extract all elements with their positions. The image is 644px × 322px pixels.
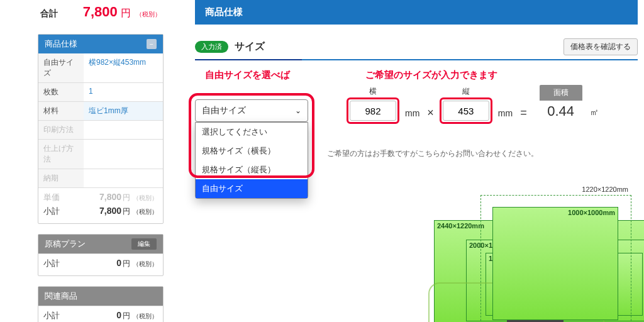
- related-panel-head: 関連商品: [38, 287, 163, 306]
- table-row[interactable]: 枚数 1: [38, 82, 163, 101]
- dropdown-option[interactable]: 自由サイズ: [196, 179, 308, 198]
- section-size: 入力済 サイズ 価格表を確認する: [195, 38, 638, 60]
- subtotal-label: 小計: [43, 310, 60, 321]
- summary-total-unit: 円: [121, 8, 131, 18]
- dropdown-option[interactable]: 規格サイズ（横長）: [196, 142, 308, 160]
- size-row: 自由サイズ ⌄ 選択してください 規格サイズ（横長） 規格サイズ（縦長） 自由サ…: [195, 85, 638, 122]
- area-value: 0.44: [540, 101, 582, 122]
- preview-size: 2440×1220mm: [437, 222, 484, 230]
- subtotal-label: 小計: [43, 206, 60, 217]
- equals-icon: =: [520, 106, 527, 119]
- table-row[interactable]: 印刷方法: [38, 120, 163, 139]
- main: 商品仕様 入力済 サイズ 価格表を確認する 自由サイズを選べば ご希望のサイズが…: [195, 0, 638, 159]
- dropdown-options: 選択してください 規格サイズ（横長） 規格サイズ（縦長） 自由サイズ: [195, 122, 308, 199]
- unit-price-label: 単価: [43, 192, 60, 203]
- spec-price: 単価 7,800円（税別） 小計 7,800円（税別）: [38, 187, 163, 223]
- status-pill: 入力済: [195, 41, 228, 53]
- preview-size: 1000×1000mm: [568, 209, 615, 216]
- summary-total-value: 7,800: [83, 4, 118, 19]
- width-input[interactable]: [350, 101, 396, 121]
- chevron-down-icon: ⌄: [295, 106, 301, 115]
- main-header: 商品仕様: [195, 0, 638, 25]
- area-label: 面積: [540, 85, 582, 101]
- height-label: 縦: [462, 86, 470, 97]
- width-label: 横: [369, 86, 377, 97]
- collapse-icon[interactable]: −: [147, 39, 157, 49]
- table-row[interactable]: 納期: [38, 169, 163, 187]
- table-row[interactable]: 自由サイズ 横982×縦453mm: [38, 53, 163, 82]
- height-col: 縦: [441, 86, 491, 122]
- area-unit: ㎡: [590, 107, 599, 118]
- area-block: 面積 0.44: [540, 85, 582, 122]
- sidebar: 合計 7,800 円 （税別） 商品仕様 − 自由サイズ 横982×縦453mm…: [38, 0, 164, 322]
- subtotal-label: 小計: [43, 258, 60, 269]
- width-col: 横: [348, 86, 397, 122]
- plan-panel: 原稿プラン 編集 小計 0円（税別）: [38, 234, 164, 276]
- contact-note: ご希望の方はお手数ですがこちらからお問い合わせください。: [327, 148, 638, 159]
- height-unit: mm: [498, 108, 513, 118]
- height-input[interactable]: [443, 101, 489, 121]
- related-panel: 関連商品 小計 0円（税別）: [38, 286, 164, 322]
- price-table-button[interactable]: 価格表を確認する: [564, 38, 638, 55]
- annotation: 自由サイズを選べば ご希望のサイズが入力できます: [205, 69, 638, 81]
- highlight-box: [348, 99, 397, 122]
- summary-total-tax: （税別）: [136, 11, 161, 18]
- preview-outer: 1220×1220mm 1000×1000mm: [480, 195, 631, 322]
- width-unit: mm: [405, 108, 419, 118]
- plan-panel-head: 原稿プラン 編集: [38, 235, 163, 253]
- spec-panel-title: 商品仕様: [45, 38, 77, 50]
- multiply-icon: ×: [427, 106, 434, 119]
- annotation-1: 自由サイズを選べば: [205, 69, 290, 81]
- dropdown-option[interactable]: 規格サイズ（縦長）: [196, 160, 308, 179]
- size-mode-dropdown-wrap: 自由サイズ ⌄ 選択してください 規格サイズ（横長） 規格サイズ（縦長） 自由サ…: [195, 99, 308, 122]
- edit-button[interactable]: 編集: [131, 238, 157, 250]
- summary-total: 合計 7,800 円 （税別）: [38, 0, 164, 24]
- spec-panel-head: 商品仕様 −: [38, 35, 163, 53]
- plan-panel-title: 原稿プラン: [45, 238, 86, 250]
- table-row[interactable]: 仕上げ方法: [38, 139, 163, 169]
- dropdown-option[interactable]: 選択してください: [196, 123, 308, 142]
- related-panel-title: 関連商品: [45, 291, 77, 302]
- highlight-box: [441, 99, 491, 122]
- summary-total-label: 合計: [40, 8, 58, 19]
- spec-table: 自由サイズ 横982×縦453mm 枚数 1 材料 塩ビ1mm厚 印刷方法 仕上…: [38, 53, 163, 187]
- annotation-2: ご希望のサイズが入力できます: [365, 69, 497, 81]
- preview-size: 1220×1220mm: [582, 186, 628, 193]
- table-row[interactable]: 材料 塩ビ1mm厚: [38, 101, 163, 120]
- size-mode-dropdown[interactable]: 自由サイズ ⌄: [195, 99, 308, 122]
- spec-panel: 商品仕様 − 自由サイズ 横982×縦453mm 枚数 1 材料 塩ビ1mm厚 …: [38, 34, 164, 224]
- section-title: サイズ: [235, 40, 265, 53]
- dropdown-selected: 自由サイズ: [202, 105, 246, 116]
